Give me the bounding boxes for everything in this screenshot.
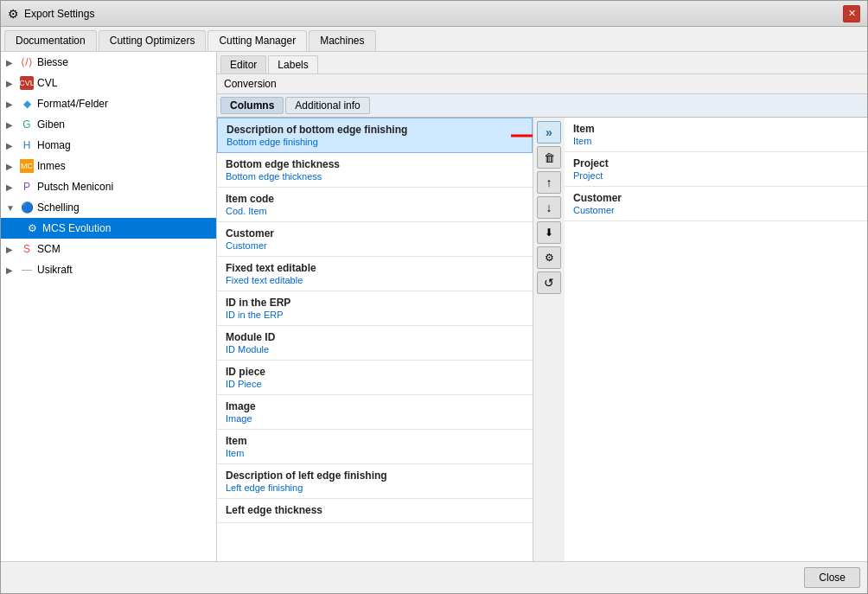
- window: ⚙ Export Settings ✕ Documentation Cuttin…: [0, 0, 868, 594]
- tab-machines[interactable]: Machines: [309, 30, 375, 51]
- list-item-7[interactable]: ID piece ID Piece: [217, 361, 533, 395]
- tab-documentation[interactable]: Documentation: [4, 30, 97, 51]
- sidebar: ▶ ⟨/⟩ Biesse ▶ CVL CVL ▶ ◆ Format4/Felde…: [1, 52, 217, 561]
- conversion-bar: Conversion: [217, 74, 867, 94]
- list-item-title-6: Module ID: [226, 331, 524, 343]
- sidebar-label-usikraft: Usikraft: [37, 264, 73, 276]
- scm-icon: S: [20, 242, 34, 256]
- list-item-1[interactable]: Bottom edge thickness Bottom edge thickn…: [217, 153, 533, 188]
- expand-arrow: ▶: [6, 245, 16, 254]
- list-item-10[interactable]: Description of left edge finishing Left …: [217, 464, 533, 499]
- homag-icon: H: [20, 138, 34, 152]
- list-item-title-4: Fixed text editable: [226, 262, 524, 274]
- title-bar-left: ⚙ Export Settings: [8, 7, 94, 21]
- list-item-sub-6: ID Module: [226, 344, 524, 354]
- right-list-title-1: Project: [573, 157, 858, 169]
- sidebar-label-homag: Homag: [37, 139, 71, 151]
- sidebar-label-mcs: MCS Evolution: [42, 222, 111, 234]
- col-tab-columns[interactable]: Columns: [220, 97, 284, 114]
- list-item-sub-3: Customer: [226, 240, 524, 251]
- close-window-button[interactable]: ✕: [843, 5, 860, 22]
- right-list-item-2[interactable]: Customer Customer: [565, 187, 867, 221]
- right-list-sub-1: Project: [573, 170, 858, 181]
- sidebar-label-putsch: Putsch Meniconi: [37, 181, 113, 193]
- right-list-title-2: Customer: [573, 192, 858, 204]
- list-item-2[interactable]: Item code Cod. Item: [217, 188, 533, 222]
- columns-bar: Columns Additional info: [217, 94, 867, 118]
- move-bottom-button[interactable]: ⬇: [537, 221, 561, 244]
- sidebar-item-biesse[interactable]: ▶ ⟨/⟩ Biesse: [1, 52, 216, 73]
- sidebar-label-cvl: CVL: [37, 77, 57, 89]
- expand-arrow: ▶: [6, 99, 16, 109]
- left-column-list: Description of bottom edge finishing Bot…: [217, 118, 533, 561]
- sidebar-item-cvl[interactable]: ▶ CVL CVL: [1, 73, 216, 93]
- list-item-title-10: Description of left edge finishing: [226, 469, 524, 482]
- sidebar-item-format4[interactable]: ▶ ◆ Format4/Felder: [1, 93, 216, 114]
- list-item-sub-1: Bottom edge thickness: [226, 171, 524, 182]
- usikraft-icon: —: [20, 263, 34, 277]
- sidebar-item-giben[interactable]: ▶ G Giben: [1, 114, 216, 135]
- sidebar-item-usikraft[interactable]: ▶ — Usikraft: [1, 259, 216, 280]
- tab-labels[interactable]: Labels: [268, 55, 317, 73]
- expand-arrow: ▶: [6, 58, 16, 67]
- sidebar-label-format4: Format4/Felder: [37, 98, 108, 110]
- col-tab-additional[interactable]: Additional info: [285, 97, 369, 114]
- right-list-item-0[interactable]: Item Item: [565, 118, 867, 152]
- sidebar-item-putsch[interactable]: ▶ P Putsch Meniconi: [1, 176, 216, 197]
- sidebar-label-schelling: Schelling: [37, 201, 80, 214]
- sidebar-item-schelling[interactable]: ▼ 🔵 Schelling: [1, 197, 216, 218]
- title-bar: ⚙ Export Settings ✕: [1, 1, 867, 27]
- editor-tab-bar: Editor Labels: [217, 52, 867, 74]
- sidebar-item-homag[interactable]: ▶ H Homag: [1, 135, 216, 156]
- settings-button[interactable]: ⚙: [537, 246, 561, 269]
- expand-arrow: ▶: [6, 120, 16, 130]
- mcs-icon: ⚙: [25, 221, 39, 235]
- right-list-sub-0: Item: [573, 136, 858, 146]
- right-panel: Editor Labels Conversion Columns Additio…: [217, 52, 867, 561]
- list-item-5[interactable]: ID in the ERP ID in the ERP: [217, 291, 533, 326]
- sidebar-label-scm: SCM: [37, 243, 61, 255]
- tab-editor[interactable]: Editor: [220, 55, 266, 73]
- delete-button[interactable]: 🗑: [537, 146, 561, 169]
- middle-buttons: » 🗑 ↑ ↓ ⬇ ⚙ ↺: [533, 118, 565, 561]
- list-item-sub-5: ID in the ERP: [226, 310, 524, 320]
- expand-arrow: ▶: [6, 141, 16, 150]
- move-up-button[interactable]: ↑: [537, 171, 561, 194]
- list-item-sub-8: Image: [226, 413, 524, 424]
- list-item-0[interactable]: Description of bottom edge finishing Bot…: [217, 118, 533, 153]
- sidebar-item-mcs[interactable]: ⚙ MCS Evolution: [1, 218, 216, 239]
- expand-arrow: ▶: [6, 265, 16, 275]
- list-item-6[interactable]: Module ID ID Module: [217, 326, 533, 361]
- list-item-title-3: Customer: [226, 227, 524, 240]
- panels-area: Description of bottom edge finishing Bot…: [217, 118, 867, 561]
- list-item-sub-2: Cod. Item: [226, 206, 524, 216]
- list-item-11[interactable]: Left edge thickness: [217, 499, 533, 523]
- sidebar-item-scm[interactable]: ▶ S SCM: [1, 239, 216, 259]
- refresh-button[interactable]: ↺: [537, 271, 561, 294]
- right-list-item-1[interactable]: Project Project: [565, 152, 867, 187]
- list-item-sub-0: Bottom edge finishing: [227, 137, 523, 147]
- sidebar-label-biesse: Biesse: [37, 56, 68, 68]
- tab-cutting-manager[interactable]: Cutting Manager: [207, 30, 307, 51]
- window-title: Export Settings: [24, 8, 94, 20]
- biesse-icon: ⟨/⟩: [20, 55, 34, 69]
- tab-cutting-optimizers[interactable]: Cutting Optimizers: [99, 30, 207, 51]
- list-item-4[interactable]: Fixed text editable Fixed text editable: [217, 257, 533, 291]
- list-item-title-7: ID piece: [226, 366, 524, 378]
- move-down-button[interactable]: ↓: [537, 196, 561, 219]
- list-item-sub-7: ID Piece: [226, 379, 524, 389]
- list-item-9[interactable]: Item Item: [217, 430, 533, 464]
- list-item-sub-10: Left edge finishing: [226, 482, 524, 493]
- sidebar-item-inmes[interactable]: ▶ MC Inmes: [1, 156, 216, 176]
- list-item-sub-4: Fixed text editable: [226, 275, 524, 285]
- cvl-icon: CVL: [20, 76, 34, 90]
- close-button[interactable]: Close: [804, 567, 860, 588]
- add-button[interactable]: »: [537, 121, 561, 144]
- expand-arrow-schelling: ▼: [6, 203, 16, 213]
- expand-arrow: ▶: [6, 182, 16, 192]
- putsch-icon: P: [20, 180, 34, 194]
- list-item-8[interactable]: Image Image: [217, 395, 533, 430]
- list-item-title-2: Item code: [226, 193, 524, 205]
- sidebar-label-inmes: Inmes: [37, 160, 66, 172]
- list-item-3[interactable]: Customer Customer: [217, 222, 533, 257]
